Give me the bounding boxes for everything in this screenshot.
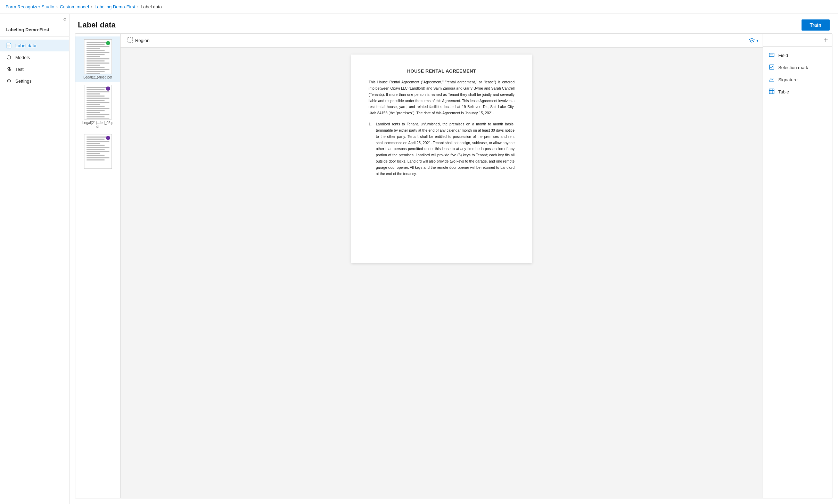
body-split: Legal(21)-filled.pdf — [75, 33, 832, 498]
file-name-1: Legal(21)-filled.pdf — [83, 75, 112, 79]
sidebar-item-test[interactable]: ⚗ Test — [0, 63, 69, 75]
table-label: Table — [778, 89, 789, 94]
file-status-dot-2 — [106, 86, 110, 91]
file-status-dot-1 — [106, 41, 110, 45]
table-icon — [769, 89, 775, 95]
breadcrumb-label-data: Label data — [141, 4, 162, 9]
doc-viewer-content[interactable]: HOUSE RENTAL AGREEMENT This House Rental… — [121, 48, 763, 498]
label-item-field[interactable]: Field — [763, 49, 832, 61]
doc-title: HOUSE RENTAL AGREEMENT — [369, 68, 515, 74]
file-item-2[interactable]: Legal(21)...led_02.pdf — [75, 82, 120, 131]
file-list: Legal(21)-filled.pdf — [75, 34, 121, 498]
toolbar-right: ▾ — [749, 38, 758, 44]
svg-rect-0 — [128, 38, 133, 42]
breadcrumb-sep-2: › — [91, 5, 92, 9]
doc-body: This House Rental Agreement ("Agreement,… — [369, 79, 515, 182]
doc-viewer-toolbar: Region ▾ — [121, 34, 763, 48]
file-item-1[interactable]: Legal(21)-filled.pdf — [75, 36, 120, 82]
label-panel-header: + — [763, 34, 832, 47]
field-icon — [769, 52, 775, 59]
sidebar-item-settings[interactable]: ⚙ Settings — [0, 75, 69, 87]
doc-page: HOUSE RENTAL AGREEMENT This House Rental… — [351, 55, 532, 263]
doc-paragraph-numbered: 1. Landlord rents to Tenant, unfurnished… — [369, 121, 515, 182]
collapse-button[interactable]: « — [63, 16, 66, 22]
region-label: Region — [135, 38, 149, 43]
chevron-down-icon: ▾ — [756, 38, 758, 43]
file-item-3[interactable] — [75, 131, 120, 173]
train-button[interactable]: Train — [802, 19, 830, 31]
sidebar-collapse-btn[interactable]: « — [0, 14, 69, 24]
content-header: Label data Train — [69, 14, 838, 33]
sidebar-item-label-data[interactable]: 📄 Label data — [0, 40, 69, 51]
breadcrumb-bar: Form Recognizer Studio › Custom model › … — [0, 0, 838, 14]
main-layout: « Labeling Demo-First 📄 Label data ⬡ Mod… — [0, 14, 838, 504]
file-list-scroll: Legal(21)-filled.pdf — [75, 34, 120, 176]
doc-viewer: Region ▾ HOUSE RENTAL — [121, 34, 763, 498]
label-data-icon: 📄 — [6, 42, 12, 49]
label-items: Field Selection mark — [763, 47, 832, 101]
layers-button[interactable]: ▾ — [749, 38, 758, 44]
doc-paragraph-1: This House Rental Agreement ("Agreement,… — [369, 79, 515, 116]
add-label-button[interactable]: + — [824, 36, 828, 43]
field-label: Field — [778, 53, 788, 58]
signature-label: Signature — [778, 77, 798, 82]
models-icon: ⬡ — [6, 54, 12, 60]
region-icon — [128, 37, 133, 44]
svg-rect-3 — [770, 65, 774, 69]
label-item-signature[interactable]: Signature — [763, 74, 832, 86]
models-nav-label: Models — [15, 55, 30, 60]
test-icon: ⚗ — [6, 66, 12, 72]
file-thumbnail-3 — [84, 134, 112, 169]
label-panel: + Field — [763, 34, 832, 498]
region-button[interactable]: Region — [125, 36, 152, 45]
breadcrumb-sep-1: › — [56, 5, 58, 9]
settings-nav-label: Settings — [15, 79, 32, 84]
signature-icon — [769, 76, 775, 83]
sidebar: « Labeling Demo-First 📄 Label data ⬡ Mod… — [0, 14, 69, 504]
selection-mark-icon — [769, 64, 775, 71]
file-thumbnail-1 — [84, 39, 112, 74]
page-title: Label data — [78, 20, 116, 30]
para-number: 1. — [369, 121, 372, 182]
svg-rect-5 — [769, 89, 774, 94]
content-area: Label data Train — [69, 14, 838, 504]
breadcrumb-custom-model[interactable]: Custom model — [60, 4, 89, 9]
sidebar-project-name: Labeling Demo-First — [0, 24, 69, 37]
breadcrumb-form-recognizer[interactable]: Form Recognizer Studio — [6, 4, 54, 9]
label-item-selection-mark[interactable]: Selection mark — [763, 61, 832, 74]
doc-paragraph-2: Landlord rents to Tenant, unfurnished, t… — [376, 121, 515, 177]
file-thumbnail-2 — [84, 85, 112, 119]
label-data-nav-label: Label data — [15, 43, 36, 48]
selection-mark-label: Selection mark — [778, 65, 808, 70]
breadcrumb-labeling-demo[interactable]: Labeling Demo-First — [95, 4, 135, 9]
sidebar-item-models[interactable]: ⬡ Models — [0, 51, 69, 63]
label-item-table[interactable]: Table — [763, 86, 832, 98]
test-nav-label: Test — [15, 67, 24, 72]
sidebar-nav: 📄 Label data ⬡ Models ⚗ Test ⚙ Settings — [0, 37, 69, 90]
settings-icon: ⚙ — [6, 78, 12, 84]
file-status-dot-3 — [106, 136, 110, 140]
file-name-2: Legal(21)...led_02.pdf — [82, 121, 114, 129]
breadcrumb-sep-3: › — [137, 5, 139, 9]
